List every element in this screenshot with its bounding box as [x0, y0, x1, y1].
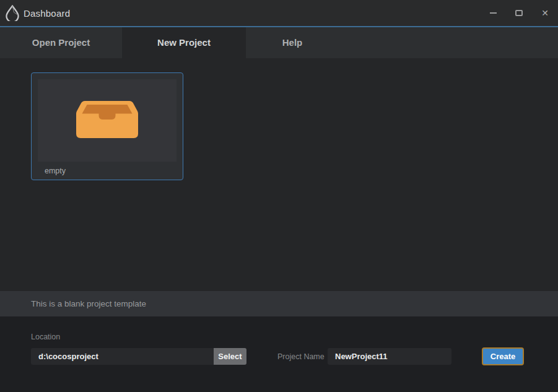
tab-help[interactable]: Help [246, 27, 339, 58]
tab-open-project[interactable]: Open Project [0, 27, 122, 58]
location-input[interactable] [31, 348, 214, 365]
close-button[interactable]: ✕ [532, 3, 558, 23]
project-name-input[interactable] [328, 348, 451, 365]
tab-new-project[interactable]: New Project [122, 27, 246, 58]
location-label: Location [31, 333, 60, 341]
template-list: empty [0, 58, 558, 291]
template-thumbnail [38, 79, 177, 162]
tabbar: Open Project New Project Help [0, 27, 558, 58]
inbox-tray-icon [76, 101, 138, 141]
minimize-button[interactable] [480, 3, 506, 23]
footer-panel: Location Select Project Name Create [0, 316, 558, 392]
maximize-button[interactable] [506, 3, 532, 23]
window-title: Dashboard [24, 8, 70, 19]
cocos-logo-icon [5, 4, 20, 22]
select-folder-button[interactable]: Select [214, 348, 246, 365]
minimize-icon [490, 12, 497, 14]
window-controls: ✕ [480, 0, 558, 26]
statusbar: This is a blank project template [0, 291, 558, 316]
template-card-empty[interactable]: empty [31, 72, 183, 180]
create-button[interactable]: Create [482, 347, 524, 365]
maximize-icon [515, 10, 523, 16]
titlebar: Dashboard ✕ [0, 0, 558, 26]
close-icon: ✕ [541, 9, 549, 17]
template-description: This is a blank project template [31, 299, 146, 308]
project-name-label: Project Name [277, 352, 325, 361]
template-name: empty [32, 162, 183, 180]
